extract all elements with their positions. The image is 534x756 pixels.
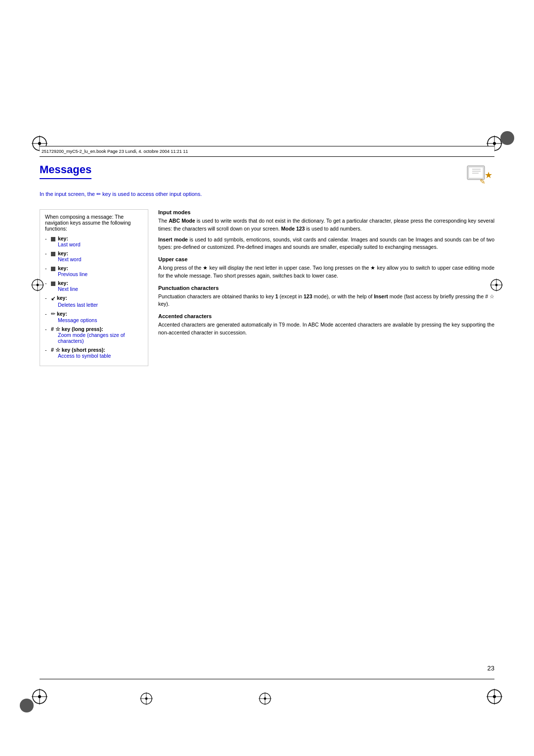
delete-icon: ↙ bbox=[51, 295, 55, 302]
svg-point-34 bbox=[264, 698, 267, 700]
accented-body: Accented characters are generated automa… bbox=[158, 321, 494, 337]
reg-mark-bottom-center bbox=[257, 691, 273, 707]
key-item-zoom: # ☆ key (long press): Zoom mode (changes… bbox=[45, 326, 143, 344]
key-item-delete: ↙ key: Deletes last letter bbox=[45, 295, 143, 308]
punctuation-body: Punctuation characters are obtained than… bbox=[158, 293, 494, 309]
svg-point-3 bbox=[38, 142, 41, 145]
pencil-icon: ✏ bbox=[51, 311, 55, 317]
reg-mark-bottom-center-left bbox=[138, 691, 154, 707]
key-item-last-word: key: Last word bbox=[45, 236, 143, 247]
down-arrow-icon bbox=[51, 282, 55, 286]
main-content: Messages In the input screen, the ✏ key … bbox=[40, 163, 494, 657]
accented-title: Accented characters bbox=[158, 313, 494, 319]
svg-point-18 bbox=[37, 284, 39, 286]
page-title: Messages bbox=[40, 163, 91, 179]
key-item-next-word: key: Next word bbox=[45, 250, 143, 262]
header-filename: 251729200_myC5-2_lu_en.book Page 23 Lund… bbox=[42, 149, 188, 154]
key-item-options: ✏ key: Message options bbox=[45, 311, 143, 324]
right-column: Input modes The ABC Mode is used to writ… bbox=[158, 209, 494, 366]
key-item-next-line: key: Next line bbox=[45, 280, 143, 292]
reg-mark-bottom-right bbox=[485, 687, 504, 707]
svg-point-38 bbox=[493, 695, 496, 698]
key-item-previous-line: key: Previous line bbox=[45, 265, 143, 277]
page-number: 23 bbox=[488, 664, 494, 672]
up-arrow-icon bbox=[51, 267, 55, 271]
input-modes-body2: Insert mode is used to add symbols, emot… bbox=[158, 236, 494, 252]
intro-text: In the input screen, the ✏ key is used t… bbox=[40, 191, 494, 197]
bottom-divider bbox=[40, 679, 494, 679]
svg-point-22 bbox=[495, 284, 498, 286]
left-column: When composing a message: The navigation… bbox=[40, 209, 148, 366]
key-item-symbol: # ☆ key (short press): Access to symbol … bbox=[45, 347, 143, 359]
header-bar: 251729200_myC5-2_lu_en.book Page 23 Lund… bbox=[40, 146, 494, 157]
key-list: key: Last word key: Next word key: Previ… bbox=[45, 236, 143, 359]
upper-case-title: Upper case bbox=[158, 256, 494, 262]
right-arrow-icon bbox=[51, 252, 55, 256]
svg-point-26 bbox=[38, 695, 41, 698]
two-column-layout: When composing a message: The navigation… bbox=[40, 209, 494, 366]
corner-circle-top-right bbox=[500, 131, 514, 145]
corner-circle-bottom-left bbox=[20, 699, 34, 712]
svg-point-7 bbox=[493, 142, 496, 145]
input-modes-body1: The ABC Mode is used to write words that… bbox=[158, 217, 494, 233]
upper-case-body: A long press of the ★ key will display t… bbox=[158, 264, 494, 280]
punctuation-title: Punctuation characters bbox=[158, 285, 494, 291]
left-col-intro: When composing a message: The navigation… bbox=[45, 214, 143, 232]
reg-mark-mid-right bbox=[489, 277, 504, 293]
left-arrow-icon bbox=[51, 237, 55, 241]
reg-mark-mid-left bbox=[30, 277, 45, 293]
svg-point-30 bbox=[145, 698, 148, 700]
input-modes-title: Input modes bbox=[158, 209, 494, 215]
